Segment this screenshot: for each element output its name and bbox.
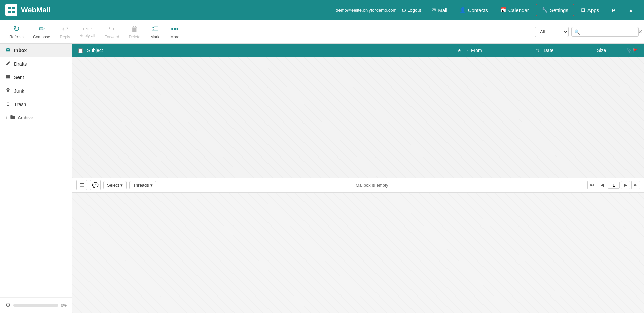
calendar-icon: 📅 (500, 7, 506, 13)
app-logo-text: WebMail (21, 6, 51, 14)
drafts-icon (5, 61, 11, 67)
nav-item-contacts[interactable]: 👤 Contacts (454, 4, 493, 16)
apps-icon: ⊞ (581, 7, 585, 13)
svg-rect-2 (8, 11, 11, 13)
nav-items: ✉ Mail 👤 Contacts 📅 Calendar 🔧 Settings … (426, 4, 639, 16)
email-list (72, 57, 644, 178)
select-all-input[interactable] (78, 48, 83, 53)
inbox-icon (5, 47, 11, 54)
archive-folder-icon (10, 114, 15, 121)
list-view-button[interactable]: ☰ (76, 180, 87, 190)
filter-select[interactable]: All Unread Flagged Answered (535, 27, 569, 37)
forward-icon: ↪ (109, 25, 115, 33)
size-column-header: Size (597, 48, 624, 53)
sidebar-item-drafts[interactable]: Drafts (0, 57, 72, 71)
sidebar-bottom: ⚙ 0% (0, 297, 72, 313)
nav-item-monitor[interactable]: 🖥 (606, 5, 621, 16)
page-prev-button[interactable]: ◀ (598, 181, 606, 189)
email-area: Subject ★ · From ⇅ Date Size 📎 🚩 ☰ 💬 (72, 44, 644, 313)
reply-button[interactable]: ↩ Reply (56, 22, 74, 42)
page-next-icon: ▶ (624, 183, 627, 187)
pagination-bar: ☰ 💬 Select ▾ Threads ▾ Mailbox is empty … (72, 178, 644, 193)
select-chevron-icon: ▾ (120, 183, 123, 188)
storage-settings-icon[interactable]: ⚙ (5, 302, 11, 309)
select-all-checkbox[interactable] (76, 48, 84, 53)
nav-item-expand[interactable]: ▲ (623, 5, 639, 16)
list-view-icon: ☰ (79, 182, 84, 188)
compose-button[interactable]: ✏ Compose (29, 22, 54, 42)
thread-view-button[interactable]: 💬 (90, 180, 101, 190)
search-box[interactable]: 🔍 ✕ (571, 27, 639, 37)
attachment-icon: 📎 (627, 48, 632, 53)
nav-item-calendar[interactable]: 📅 Calendar (495, 4, 534, 16)
app-logo-icon (5, 4, 17, 16)
logout-button[interactable]: ⏻ Logout (402, 8, 421, 13)
preview-area (72, 193, 644, 313)
page-first-button[interactable]: ⏮ (587, 181, 596, 189)
flag-icon: 🚩 (633, 48, 638, 53)
sidebar-item-inbox[interactable]: Inbox (0, 44, 72, 57)
nav-item-mail[interactable]: ✉ Mail (426, 4, 453, 16)
user-email: demo@eelite.onlyfordemo.com (336, 8, 396, 13)
mark-icon: 🏷 (151, 25, 159, 33)
trash-icon (5, 101, 11, 108)
page-number-input[interactable] (608, 182, 620, 189)
page-navigation: ⏮ ◀ ▶ ⏭ (587, 181, 640, 189)
logout-icon: ⏻ (402, 8, 406, 13)
select-dropdown[interactable]: Select ▾ (103, 181, 127, 189)
settings-icon: 🔧 (542, 7, 548, 13)
date-column-header: Date (544, 48, 594, 53)
star-column-header: ★ (454, 48, 464, 53)
page-prev-icon: ◀ (601, 183, 604, 187)
reply-icon: ↩ (62, 25, 68, 33)
sidebar: Inbox Drafts Sent Junk Trash (0, 44, 72, 313)
compose-icon: ✏ (39, 25, 45, 33)
search-area: All Unread Flagged Answered 🔍 ✕ (535, 27, 639, 37)
junk-icon (5, 88, 11, 94)
preview-watermark (72, 193, 644, 313)
search-icon: 🔍 (574, 29, 580, 35)
nav-user-area: demo@eelite.onlyfordemo.com ⏻ Logout (336, 8, 421, 13)
sidebar-item-junk[interactable]: Junk (0, 84, 72, 98)
forward-button[interactable]: ↪ Forward (100, 22, 123, 42)
delete-button[interactable]: 🗑 Delete (124, 22, 144, 42)
reply-all-icon: ↩↩ (83, 26, 92, 32)
email-list-watermark (72, 57, 644, 178)
contacts-icon: 👤 (460, 7, 466, 13)
main-layout: Inbox Drafts Sent Junk Trash (0, 44, 644, 313)
page-next-button[interactable]: ▶ (621, 181, 630, 189)
toolbar: ↻ Refresh ✏ Compose ↩ Reply ↩↩ Reply all… (0, 20, 644, 44)
threads-dropdown[interactable]: Threads ▾ (129, 181, 156, 189)
svg-rect-3 (12, 11, 15, 13)
add-icon: + (5, 115, 8, 120)
page-last-button[interactable]: ⏭ (631, 181, 640, 189)
mark-button[interactable]: 🏷 Mark (146, 22, 164, 42)
refresh-button[interactable]: ↻ Refresh (5, 22, 28, 42)
mail-icon: ✉ (432, 7, 436, 13)
flags-column-header: 📎 🚩 (627, 48, 640, 53)
subject-column-header: Subject (87, 48, 452, 53)
sidebar-add-archive[interactable]: + Archive (0, 111, 72, 124)
search-clear-button[interactable]: ✕ (638, 29, 642, 35)
monitor-icon: 🖥 (611, 7, 616, 13)
page-last-icon: ⏭ (634, 183, 638, 187)
page-first-icon: ⏮ (590, 183, 594, 187)
sidebar-item-trash[interactable]: Trash (0, 98, 72, 111)
expand-icon: ▲ (628, 7, 633, 13)
email-table-header: Subject ★ · From ⇅ Date Size 📎 🚩 (72, 44, 644, 57)
sort-icon[interactable]: ⇅ (534, 48, 541, 53)
empty-message: Mailbox is empty (159, 183, 585, 188)
more-icon: ••• (171, 25, 179, 33)
reply-all-button[interactable]: ↩↩ Reply all (75, 23, 99, 41)
more-button[interactable]: ••• More (166, 22, 184, 42)
dot-separator: · (467, 48, 468, 53)
from-column-header[interactable]: From (471, 48, 532, 53)
svg-rect-1 (12, 7, 15, 9)
refresh-icon: ↻ (13, 25, 20, 33)
storage-percent: 0% (61, 303, 67, 308)
delete-icon: 🗑 (131, 25, 138, 33)
sidebar-item-sent[interactable]: Sent (0, 71, 72, 84)
nav-item-settings[interactable]: 🔧 Settings (536, 4, 574, 16)
search-input[interactable] (581, 29, 638, 34)
nav-item-apps[interactable]: ⊞ Apps (576, 4, 604, 16)
